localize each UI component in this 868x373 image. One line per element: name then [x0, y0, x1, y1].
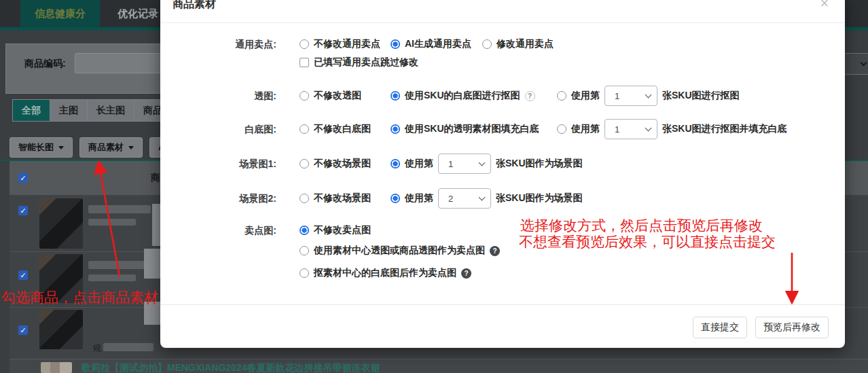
- option-use-sku-whitebg-cutout[interactable]: 使用SKU的白底图进行抠图 ?: [391, 86, 535, 106]
- sku-index-select[interactable]: 1: [438, 154, 491, 174]
- field-label-transparent-image: 透图:: [160, 86, 276, 106]
- option-use-nth-sku-fill-whitebg[interactable]: 使用第 1 张SKU图进行抠图并填充白底: [557, 119, 787, 139]
- option-ai-generate-selling-point[interactable]: AI生成通用卖点: [391, 34, 471, 54]
- row-checkbox[interactable]: [18, 270, 28, 280]
- option-label: 使用第: [405, 192, 433, 205]
- blurred-cell: [152, 204, 160, 246]
- select-all-checkbox[interactable]: [18, 173, 28, 183]
- radio-checked-icon[interactable]: [300, 226, 309, 235]
- blurred-text: [88, 261, 151, 269]
- radio-icon[interactable]: [300, 268, 309, 278]
- tab-info-health-score[interactable]: 信息健康分: [20, 0, 100, 27]
- radio-icon[interactable]: [300, 246, 309, 255]
- button-label: 智能长图: [18, 141, 54, 154]
- radio-icon[interactable]: [300, 91, 309, 101]
- row-checkbox[interactable]: [18, 206, 28, 215]
- media-tab-main-image[interactable]: 主图: [50, 99, 88, 122]
- option-label: 使用SKU的透明素材图填充白底: [405, 123, 539, 135]
- option-label: 抠素材中心的白底图后作为卖点图: [314, 267, 456, 279]
- option-label: 使用第: [571, 123, 600, 135]
- product-code-label: 商品编码:: [24, 58, 66, 70]
- tab-label: 优化记录: [117, 7, 158, 20]
- option-label: 张SKU图作为场景图: [496, 158, 583, 170]
- option-skip-if-filled[interactable]: 已填写通用卖点跳过修改: [300, 52, 418, 73]
- option-modify-selling-point[interactable]: 修改通用卖点: [482, 34, 554, 54]
- radio-icon[interactable]: [557, 124, 566, 134]
- preview-then-modify-button[interactable]: 预览后再修改: [755, 317, 829, 338]
- select-value: 2: [448, 194, 453, 204]
- caret-down-icon: [128, 146, 134, 149]
- option-no-change-scene1[interactable]: 不修改场景图: [300, 154, 371, 174]
- direct-submit-button[interactable]: 直接提交: [693, 317, 747, 338]
- sku-index-select[interactable]: 2: [438, 188, 491, 209]
- option-label: 张SKU图进行抠图并填充白底: [662, 123, 787, 135]
- filter-dropdown[interactable]: [842, 53, 868, 75]
- annotation-check-products: 勾选商品，点击商品素材: [1, 289, 158, 306]
- radio-icon[interactable]: [300, 124, 309, 134]
- option-use-nth-sku-cutout[interactable]: 使用第 1 张SKU图进行抠图: [557, 86, 740, 106]
- sku-index-select[interactable]: 1: [604, 119, 657, 139]
- media-tab-all[interactable]: 全部: [12, 99, 50, 122]
- radio-icon[interactable]: [300, 194, 309, 203]
- option-no-change-scene2[interactable]: 不修改场景图: [300, 188, 371, 209]
- radio-checked-icon[interactable]: [391, 159, 400, 168]
- media-tab-long-image[interactable]: 长主图: [88, 99, 134, 122]
- option-no-change-selling-point[interactable]: 不修改通用卖点: [300, 34, 380, 54]
- product-title-link[interactable]: 歌莉拉【测试勿拍】MENGXIANG2024春夏新款花边拼接吊带裙连衣裙: [82, 362, 380, 373]
- radio-checked-icon[interactable]: [391, 124, 400, 134]
- product-material-dialog: 商品素材 × 通用卖点: 不修改通用卖点 AI生成通用卖点 修改通用卖点 已填写…: [160, 0, 845, 348]
- option-label: 不修改卖点图: [314, 224, 371, 236]
- field-label-scene-image-1: 场景图1:: [160, 154, 276, 174]
- option-label: AI生成通用卖点: [405, 38, 471, 50]
- row-checkbox[interactable]: [18, 325, 28, 335]
- product-material-button[interactable]: 商品素材: [79, 137, 143, 158]
- option-label: 不修改场景图: [314, 192, 371, 205]
- chevron-down-icon: [645, 92, 652, 99]
- option-label: 张SKU图进行抠图: [662, 90, 740, 102]
- product-thumbnail: [41, 362, 72, 373]
- checkbox-icon[interactable]: [300, 58, 309, 67]
- field-label-general-selling-point: 通用卖点:: [160, 34, 276, 54]
- radio-icon[interactable]: [300, 159, 309, 168]
- radio-icon[interactable]: [482, 39, 492, 49]
- chevron-down-icon: [861, 60, 867, 67]
- option-no-change-sp-image[interactable]: 不修改卖点图: [300, 220, 371, 241]
- radio-icon[interactable]: [300, 39, 309, 49]
- field-label-selling-point-image: 卖点图:: [160, 220, 276, 241]
- radio-checked-icon[interactable]: [391, 91, 400, 101]
- product-image: [39, 310, 83, 349]
- option-label: 不修改透图: [314, 90, 361, 102]
- option-use-nth-sku-scene2[interactable]: 使用第 2 张SKU图作为场景图: [391, 188, 583, 209]
- field-label-whitebg-image: 白底图:: [160, 119, 276, 139]
- option-use-sku-transparent-fill[interactable]: 使用SKU的透明素材图填充白底: [391, 119, 539, 139]
- option-cutout-material-center-whitebg[interactable]: 抠素材中心的白底图后作为卖点图 ?: [300, 263, 471, 283]
- button-label: 直接提交: [701, 321, 739, 334]
- option-use-material-center-transparent[interactable]: 使用素材中心透图或商品透图作为卖点图 ?: [300, 241, 500, 261]
- annotation-direct-submit-hint: 不想查看预览后效果，可以直接点击提交: [519, 234, 776, 250]
- button-label: 预览后再修改: [763, 321, 820, 334]
- dialog-footer-divider: [160, 304, 845, 305]
- sku-index-select[interactable]: 1: [604, 86, 657, 106]
- close-icon[interactable]: ×: [816, 0, 833, 12]
- radio-icon[interactable]: [557, 91, 566, 101]
- help-icon[interactable]: ?: [490, 246, 500, 256]
- radio-checked-icon[interactable]: [391, 39, 400, 49]
- screenshot-root: 信息健康分 优化记录 商品编码: 全部 主图 长主图 商品素材 智能长图 商品素…: [0, 0, 868, 373]
- help-icon[interactable]: ?: [461, 268, 471, 279]
- smart-long-image-button[interactable]: 智能长图: [10, 137, 73, 158]
- spec-label: 规: [92, 342, 101, 355]
- option-no-change-whitebg[interactable]: 不修改白底图: [300, 119, 371, 139]
- option-no-change-transparent[interactable]: 不修改透图: [300, 86, 361, 106]
- radio-checked-icon[interactable]: [391, 194, 400, 203]
- option-label: 使用第: [571, 90, 600, 102]
- annotation-choose-method: 选择修改方式，然后点击预览后再修改: [520, 217, 763, 234]
- option-label: 使用素材中心透图或商品透图作为卖点图: [314, 245, 485, 257]
- blurred-text: [88, 219, 136, 226]
- option-use-nth-sku-scene1[interactable]: 使用第 1 张SKU图作为场景图: [391, 154, 583, 174]
- dialog-title-divider: [160, 22, 845, 23]
- option-label: 不修改通用卖点: [314, 38, 380, 50]
- tab-label: 信息健康分: [35, 7, 86, 20]
- button-label: 商品素材: [88, 141, 124, 154]
- option-label: 使用SKU的白底图进行抠图: [405, 90, 520, 102]
- help-icon[interactable]: ?: [525, 91, 535, 101]
